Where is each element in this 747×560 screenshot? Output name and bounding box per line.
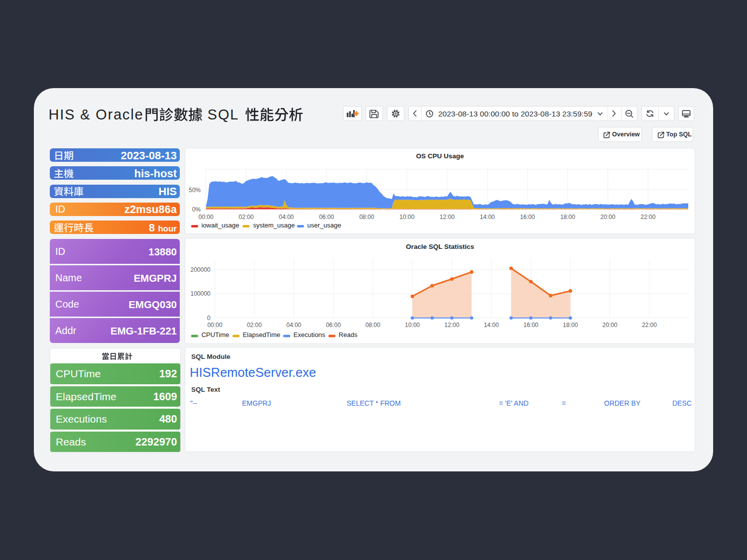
svg-text:16:00: 16:00 (523, 322, 538, 329)
svg-text:Executions: Executions (293, 331, 325, 338)
svg-text:100000: 100000 (190, 290, 210, 297)
svg-text:20:00: 20:00 (601, 214, 616, 221)
svg-text:02:00: 02:00 (239, 214, 253, 221)
svg-text:00:00: 00:00 (199, 214, 214, 221)
svg-text:14:00: 14:00 (484, 322, 499, 329)
svg-text:12:00: 12:00 (444, 322, 459, 329)
svg-text:08:00: 08:00 (366, 322, 380, 329)
svg-text:00:00: 00:00 (207, 322, 222, 329)
svg-text:CPUTime: CPUTime (201, 331, 229, 338)
svg-text:system_usage: system_usage (253, 222, 295, 229)
svg-text:ElapsedTime: ElapsedTime (243, 331, 280, 338)
svg-text:200000: 200000 (190, 266, 210, 273)
svg-text:14:00: 14:00 (480, 214, 495, 221)
svg-text:04:00: 04:00 (286, 322, 301, 329)
svg-text:22:00: 22:00 (640, 214, 655, 221)
svg-text:06:00: 06:00 (326, 322, 341, 329)
svg-text:Reads: Reads (339, 331, 358, 338)
svg-text:12:00: 12:00 (440, 214, 455, 221)
svg-text:02:00: 02:00 (247, 322, 262, 329)
svg-text:0: 0 (207, 315, 211, 322)
svg-text:18:00: 18:00 (560, 214, 575, 221)
svg-text:user_usage: user_usage (307, 222, 341, 229)
svg-text:22:00: 22:00 (642, 322, 657, 329)
svg-text:20:00: 20:00 (603, 322, 618, 329)
svg-text:18:00: 18:00 (563, 322, 578, 329)
svg-text:06:00: 06:00 (319, 214, 334, 221)
svg-text:04:00: 04:00 (279, 214, 294, 221)
svg-text:16:00: 16:00 (520, 214, 535, 221)
svg-text:10:00: 10:00 (405, 322, 420, 329)
svg-text:10:00: 10:00 (399, 214, 414, 221)
svg-text:iowait_usage: iowait_usage (201, 222, 239, 229)
svg-text:50%: 50% (189, 187, 201, 194)
svg-text:0%: 0% (192, 206, 201, 213)
svg-text:08:00: 08:00 (359, 214, 374, 221)
